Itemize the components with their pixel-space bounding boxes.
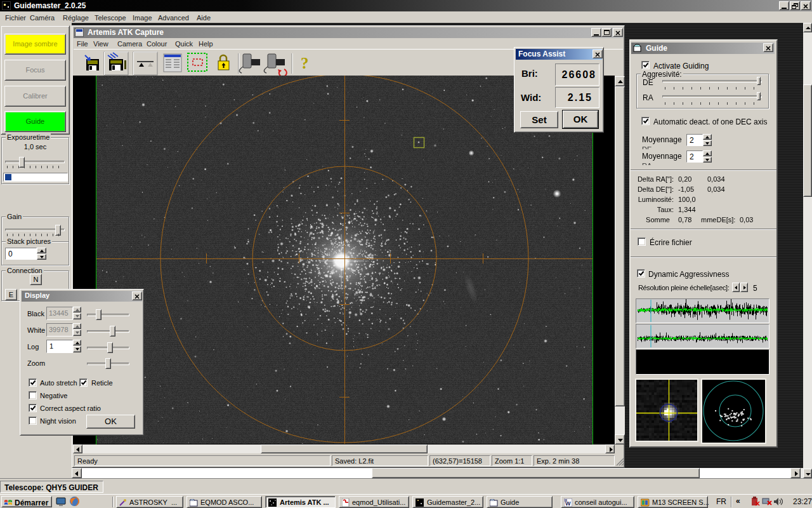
svg-text:?: ?	[301, 55, 309, 72]
svg-text:W: W	[565, 500, 571, 507]
